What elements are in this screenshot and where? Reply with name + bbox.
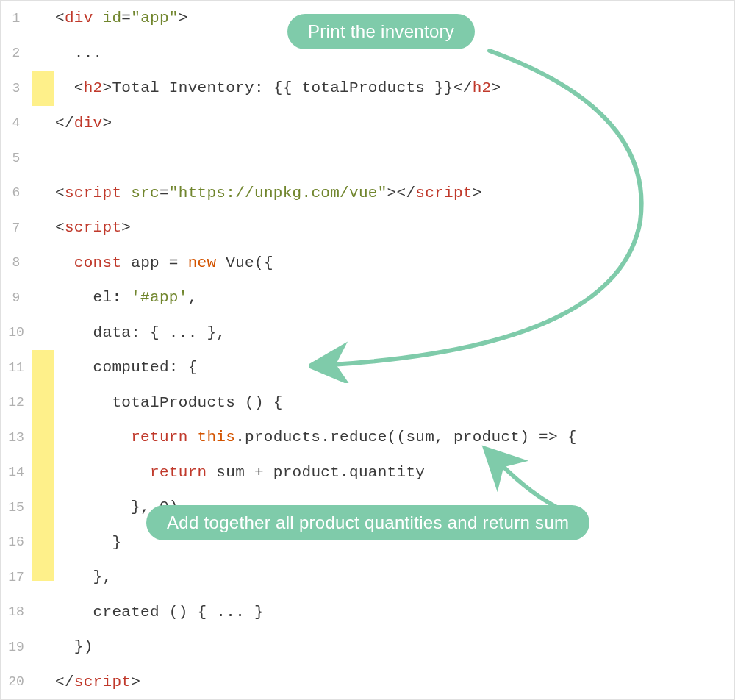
code-lines-container: 1<div id="app">2 ...3 <h2>Total Inventor… [1,1,734,699]
code-line: 4</div> [1,106,734,141]
code-content: <script> [32,219,131,236]
highlight-bar [32,490,54,525]
line-number: 19 [1,640,32,654]
code-line: 12 totalProducts () { [1,385,734,421]
code-line: 3 <h2>Total Inventory: {{ totalProducts … [1,71,734,106]
line-number: 16 [1,535,32,549]
code-content: <div id="app"> [32,10,188,26]
line-number: 6 [1,185,32,200]
annotation-print-inventory: Print the inventory [287,14,475,49]
code-line: 13 return this.products.reduce((sum, pro… [1,420,734,455]
line-number: 2 [1,46,32,60]
code-content: el: '#app', [32,289,198,306]
code-content: created () { ... } [32,604,264,621]
line-number: 17 [1,570,32,585]
highlight-bar [32,420,54,455]
highlight-bar [32,560,54,581]
code-line: 7<script> [1,210,734,246]
annotation-text: Add together all product quantities and … [167,512,569,532]
annotation-text: Print the inventory [308,21,454,41]
code-line: 8 const app = new Vue({ [1,246,734,281]
code-line: 17 }, [1,560,734,595]
line-number: 13 [1,430,32,445]
code-line: 14 return sum + product.quantity [1,455,734,490]
code-line: 6<script src="https://unpkg.com/vue"></s… [1,176,734,211]
line-number: 3 [1,81,32,96]
code-content: totalProducts () { [32,394,283,411]
line-number: 11 [1,360,32,375]
code-content: computed: { [32,359,198,376]
code-content: data: { ... }, [32,324,226,341]
line-number: 8 [1,255,32,270]
highlight-bar [32,455,54,490]
code-line: 5 [1,140,734,176]
highlight-bar [32,71,54,106]
line-number: 14 [1,465,32,479]
line-number: 5 [1,151,32,165]
annotation-add-quantities: Add together all product quantities and … [146,505,589,540]
code-line: 20</script> [1,665,734,700]
code-content: <script src="https://unpkg.com/vue"></sc… [32,185,482,201]
line-number: 7 [1,221,32,235]
line-number: 4 [1,115,32,130]
line-number: 9 [1,290,32,305]
code-line: 9 el: '#app', [1,280,734,315]
line-number: 18 [1,604,32,619]
highlight-bar [32,350,54,385]
code-line: 19 }) [1,629,734,665]
line-number: 12 [1,395,32,410]
code-content: return this.products.reduce((sum, produc… [32,429,577,446]
code-content: }) [32,638,93,655]
code-editor: 1<div id="app">2 ...3 <h2>Total Inventor… [0,0,735,700]
code-content: </script> [32,674,140,690]
line-number: 1 [1,11,32,26]
code-content: return sum + product.quantity [32,464,425,481]
code-line: 11 computed: { [1,350,734,385]
code-content: </div> [32,115,112,132]
code-line: 18 created () { ... } [1,595,734,630]
line-number: 20 [1,674,32,689]
code-content: <h2>Total Inventory: {{ totalProducts }}… [32,79,501,96]
code-content: const app = new Vue({ [32,254,273,271]
highlight-bar [32,525,54,560]
line-number: 10 [1,325,32,340]
line-number: 15 [1,500,32,515]
code-line: 10 data: { ... }, [1,315,734,351]
highlight-bar [32,385,54,421]
code-content: ... [32,45,103,62]
